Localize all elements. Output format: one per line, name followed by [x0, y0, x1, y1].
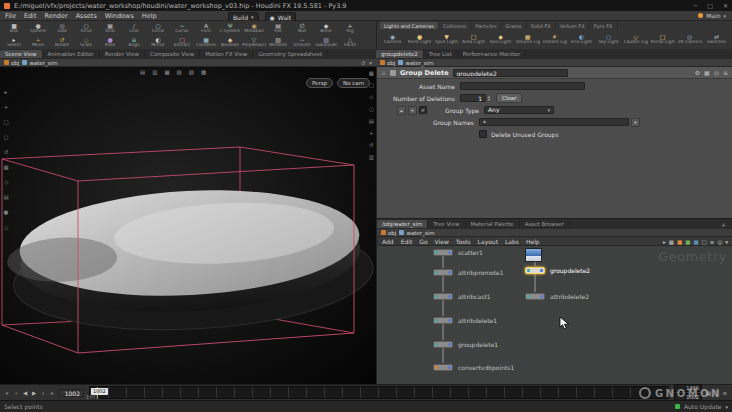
transport-button[interactable]: » — [48, 390, 56, 396]
shelf-tool[interactable]: Ψ L-System — [218, 23, 242, 34]
shelf-tool[interactable]: ◆ Bone — [314, 23, 338, 34]
network-menu-item[interactable]: Layout — [478, 238, 498, 245]
shelf-tool[interactable]: ▤ File — [266, 23, 290, 34]
group-type-select[interactable]: Any ▾ — [484, 106, 554, 114]
graph-node[interactable]: attribdelete2 — [525, 292, 589, 300]
viewport-tool-icon[interactable]: ▥ — [369, 154, 374, 160]
shelf-tab[interactable]: Collisions — [439, 22, 472, 29]
viewport-tool-icon[interactable]: □ — [3, 119, 8, 125]
viewport-tool-icon[interactable]: ○ — [369, 106, 374, 112]
pane-tab[interactable]: Geometry Spreadsheet — [253, 50, 328, 58]
network-menu-item[interactable]: Add — [382, 238, 394, 245]
shelf-tool[interactable]: ■ Box — [2, 23, 26, 34]
shelf-tool[interactable]: □ Portal Light — [649, 34, 676, 45]
graph-node[interactable]: attribpromote1 — [433, 268, 504, 276]
shelf-tab[interactable]: Grains — [502, 22, 527, 29]
menu-item[interactable]: Help — [142, 12, 157, 20]
menu-item[interactable]: Edit — [24, 12, 37, 20]
viewport-tool-icon[interactable]: ▤ — [369, 118, 374, 124]
shelf-tool[interactable]: A Font — [194, 23, 218, 34]
node-preview-badge[interactable] — [525, 248, 542, 262]
path-bar-icon[interactable]: ↺ — [361, 60, 366, 66]
node-box[interactable] — [433, 341, 453, 348]
shelf-tool[interactable]: ◎ VR Camera — [676, 34, 703, 45]
shelf-tab[interactable]: Particles — [471, 22, 501, 29]
viewport-toolbar-icon[interactable]: ▦ — [164, 69, 169, 75]
shelf-tool[interactable]: ● Point Light — [406, 34, 433, 45]
playbar-icon[interactable]: □ — [714, 390, 719, 396]
shelf-tool[interactable]: ▧ Remesh — [266, 37, 290, 48]
pane-tab[interactable]: Render View — [100, 50, 145, 58]
viewport-tool-icon[interactable]: △ — [4, 224, 8, 230]
node-box[interactable] — [433, 269, 453, 276]
viewport-toolbar-icon[interactable]: ▨ — [189, 69, 194, 75]
graph-node[interactable]: attribcast1 — [433, 292, 491, 300]
network-toolbar-icon[interactable]: ■ — [685, 239, 690, 245]
update-mode-selector[interactable]: Auto Update — [684, 403, 722, 410]
transport-button[interactable]: « — [3, 390, 11, 396]
no-cam-button[interactable]: No cam — [337, 78, 370, 88]
node-box[interactable] — [433, 249, 453, 256]
node-box[interactable] — [433, 317, 453, 324]
deletions-field[interactable]: 1 — [460, 94, 486, 102]
viewport-tool-icon[interactable]: ○ — [4, 134, 9, 140]
stepper[interactable]: ▴▾ — [488, 95, 490, 101]
path-context-chip[interactable]: obj — [380, 60, 395, 66]
shelf-tool[interactable]: ▦ Combine — [194, 37, 218, 48]
playbar-icon[interactable]: ▦ — [706, 390, 711, 396]
shelf-tool[interactable]: ▼ Spot Light — [433, 34, 460, 45]
network-menu-item[interactable]: Labs — [505, 238, 519, 245]
shelf-tool[interactable]: ◇ Scale — [74, 37, 98, 48]
shelf-tool[interactable]: ∅ Null — [290, 23, 314, 34]
shelf-tool[interactable]: ○ Torus — [74, 23, 98, 34]
playbar-icon[interactable]: ≡ — [722, 390, 727, 396]
shelf-tool[interactable]: ▸ Select — [2, 37, 26, 48]
close-button[interactable]: ✕ — [723, 2, 728, 9]
viewport-tool-icon[interactable]: ▦ — [3, 164, 8, 170]
pane-tab[interactable]: Performance Monitor — [458, 50, 527, 58]
viewport-tool-icon[interactable]: □ — [369, 82, 374, 88]
viewport-toolbar-icon[interactable]: ▧ — [177, 69, 182, 75]
param-header-icon[interactable]: ⚙ — [695, 69, 700, 76]
viewport-tool-icon[interactable]: ↺ — [4, 149, 9, 155]
viewport-tool-icon[interactable]: ▦ — [369, 70, 374, 76]
shelf-tool[interactable]: ○ Sky Light — [595, 34, 622, 45]
param-header-icon[interactable]: ◎ — [714, 69, 719, 76]
shelf-tool[interactable]: □ Area Light — [460, 34, 487, 45]
pane-tab[interactable]: /obj/water_sim — [377, 220, 428, 228]
viewport-tool-icon[interactable]: ↺ — [369, 142, 374, 148]
transport-button[interactable]: › — [39, 390, 47, 396]
node-box[interactable] — [525, 267, 545, 274]
viewport-tool-icon[interactable]: ◇ — [4, 179, 8, 185]
group-menu-button[interactable]: ▾ — [631, 118, 640, 127]
path-bar-icon[interactable]: ▾ — [369, 60, 372, 66]
shelf-tool[interactable]: ~ Curve — [170, 23, 194, 34]
path-context-chip[interactable]: obj — [4, 60, 19, 66]
take-selector[interactable]: Main ▾ — [698, 12, 726, 19]
shelf-tool[interactable]: ↺ Rotate — [50, 37, 74, 48]
asset-name-field[interactable] — [460, 82, 585, 90]
shelf-tool[interactable]: ⇄ Switcher — [703, 34, 730, 45]
network-toolbar-icon[interactable]: ≡ — [710, 239, 715, 245]
network-menu-item[interactable]: View — [435, 238, 449, 245]
minimize-button[interactable]: ─ — [694, 2, 698, 9]
enable-checkbox[interactable]: ✓ — [419, 106, 427, 114]
viewport-tool-icon[interactable]: ▤ — [3, 194, 8, 200]
menu-item[interactable]: Assets — [76, 12, 97, 20]
shelf-tool[interactable]: ▨ Subdivide — [314, 37, 338, 48]
shelf-tool[interactable]: ● Sphere — [26, 23, 50, 34]
shelf-tab[interactable]: Vellum FX — [556, 22, 590, 29]
multiparm-down-button[interactable]: ▾ — [408, 106, 417, 115]
timeline[interactable]: 1002 — [89, 386, 669, 399]
network-menu-item[interactable]: Help — [526, 238, 540, 245]
path-node-chip[interactable]: water_sim — [399, 230, 434, 236]
shelf-tool[interactable]: ◉ Camera — [379, 34, 406, 45]
graph-node[interactable]: groupdelete1 — [433, 340, 498, 348]
shelf-tool[interactable]: ◐ Mirror — [146, 37, 170, 48]
shelf-tool[interactable]: / Line — [122, 23, 146, 34]
shelf-tool[interactable]: ◉ Metaball — [242, 23, 266, 34]
network-toolbar-icon[interactable]: □ — [702, 239, 707, 245]
menu-item[interactable]: Windows — [105, 12, 134, 20]
network-menu-item[interactable]: Edit — [401, 238, 413, 245]
menu-item[interactable]: Render — [44, 12, 67, 20]
